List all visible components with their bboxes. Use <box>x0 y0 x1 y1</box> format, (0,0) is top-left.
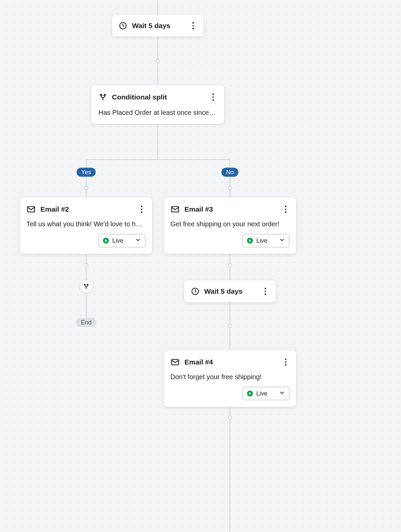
connector-node <box>228 186 232 190</box>
email-node[interactable]: Email #4 Don't forget your free shipping… <box>164 350 296 407</box>
node-menu-button[interactable] <box>282 204 289 214</box>
wait-node[interactable]: Wait 5 days <box>184 280 276 302</box>
connector-node <box>84 263 88 267</box>
branch-no-pill: No <box>221 168 238 177</box>
mail-icon <box>170 357 180 367</box>
status-label: Live <box>256 237 276 244</box>
chevron-down-icon <box>135 237 141 244</box>
conditional-split-description: Has Placed Order at least once since sta… <box>99 109 217 116</box>
status-dropdown[interactable]: Live <box>99 234 145 247</box>
email-node-subject: Tell us what you think! We'd love to hea… <box>26 220 145 228</box>
mail-icon <box>170 205 180 214</box>
clock-icon <box>119 21 127 30</box>
chevron-down-icon <box>279 237 285 244</box>
email-node-title: Email #4 <box>184 358 282 366</box>
wait-node-title: Wait 5 days <box>132 22 189 30</box>
status-dropdown[interactable]: Live <box>243 387 289 400</box>
wait-node-title: Wait 5 days <box>204 287 262 295</box>
connector-node <box>84 186 88 190</box>
split-icon <box>99 93 107 101</box>
end-node: End <box>76 318 96 327</box>
loop-back-node[interactable] <box>80 280 93 293</box>
node-menu-button[interactable] <box>262 286 269 296</box>
connector-node <box>228 416 232 420</box>
email-node-title: Email #3 <box>184 205 282 213</box>
status-label: Live <box>112 237 132 244</box>
connector-node <box>228 324 232 328</box>
conditional-split-title: Conditional split <box>112 93 210 101</box>
conditional-split-node[interactable]: Conditional split Has Placed Order at le… <box>91 85 224 124</box>
wait-node[interactable]: Wait 5 days <box>112 15 204 37</box>
email-node[interactable]: Email #3 Get free shipping on your next … <box>164 198 296 254</box>
connector <box>157 0 158 15</box>
connector <box>157 121 158 160</box>
play-icon <box>247 238 253 244</box>
connector <box>230 405 230 532</box>
connector-node <box>228 263 232 267</box>
play-icon <box>247 390 253 396</box>
chevron-down-icon <box>279 390 285 397</box>
branch-yes-pill: Yes <box>77 168 96 177</box>
split-icon <box>83 283 90 290</box>
status-dropdown[interactable]: Live <box>243 234 289 247</box>
node-menu-button[interactable] <box>189 21 197 31</box>
node-menu-button[interactable] <box>282 357 289 367</box>
connector <box>86 160 87 198</box>
connector-node <box>156 59 160 63</box>
connector <box>86 159 230 160</box>
node-menu-button[interactable] <box>210 92 217 102</box>
email-node-subject: Get free shipping on your next order! <box>170 220 289 228</box>
status-label: Live <box>256 390 276 397</box>
connector <box>230 160 230 198</box>
email-node-subject: Don't forget your free shipping! <box>170 373 289 381</box>
email-node-title: Email #2 <box>40 205 138 213</box>
node-menu-button[interactable] <box>138 204 145 214</box>
mail-icon <box>26 205 36 214</box>
play-icon <box>103 238 109 244</box>
flow-canvas[interactable]: Yes No Wait 5 days Conditional split Has… <box>0 0 401 532</box>
clock-icon <box>191 287 199 296</box>
email-node[interactable]: Email #2 Tell us what you think! We'd lo… <box>20 198 152 254</box>
